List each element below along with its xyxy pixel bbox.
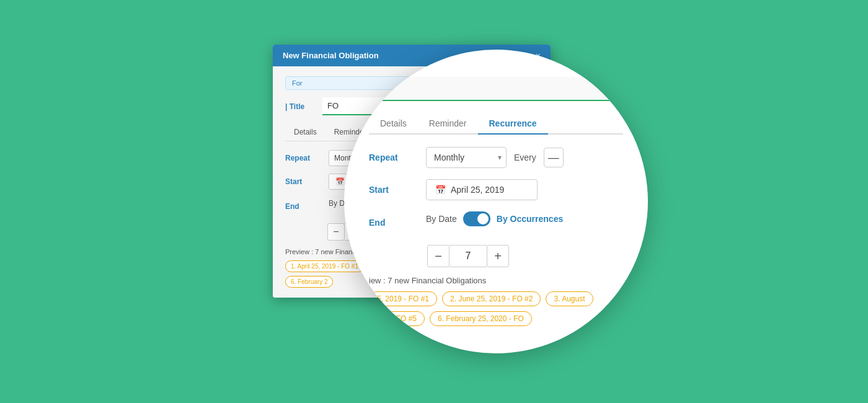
zoom-tabs: Details Reminder Recurrence: [369, 113, 623, 135]
zoom-preview-text: iew : 7 new Financial Obligations: [369, 276, 623, 285]
tab-details[interactable]: Details: [285, 124, 326, 141]
zoom-every-label: Every: [514, 153, 536, 162]
zoom-start-row: Start 📅 April 25, 2019: [369, 179, 623, 200]
zoom-tab-reminder[interactable]: Reminder: [418, 113, 478, 135]
zoom-preview-section: iew : 7 new Financial Obligations 5, 201…: [369, 276, 623, 326]
info-text: For: [292, 79, 303, 87]
zoom-toggle-row: By Date By Occurrences: [426, 211, 563, 226]
modal-title: New Financial Obligation: [283, 51, 379, 60]
zoom-repeat-row: Repeat Monthly Daily Weekly Yearly Every…: [369, 147, 623, 168]
zoom-start-date-field[interactable]: 📅 April 25, 2019: [426, 179, 538, 200]
start-label: Start: [285, 177, 322, 186]
zoom-preview-tag-3: 3. August: [546, 291, 593, 306]
zoom-repeat-select[interactable]: Monthly Daily Weekly Yearly: [426, 147, 507, 168]
zoom-stepper-minus-button[interactable]: −: [427, 245, 450, 267]
page-background: New Financial Obligation × For Title Det…: [0, 0, 868, 403]
zoom-end-row: End By Date By Occurrences: [369, 211, 623, 234]
zoom-repeat-label: Repeat: [369, 153, 418, 162]
zoom-preview-tag-1: 5, 2019 - FO #1: [369, 291, 437, 306]
zoom-every-minus-button[interactable]: —: [544, 148, 564, 167]
zoom-by-occurrences-label: By Occurrences: [497, 214, 563, 224]
zoom-calendar-icon: 📅: [435, 185, 446, 195]
zoom-stepper: − 7 +: [427, 245, 623, 267]
title-label: Title: [285, 102, 322, 111]
preview-tag: 6. February 2: [285, 276, 333, 288]
preview-tag: 1. April 25, 2019 - FO #1: [285, 260, 364, 272]
zoom-tab-recurrence[interactable]: Recurrence: [478, 113, 548, 135]
zoom-end-label: End: [369, 218, 418, 228]
zoom-start-date-value: April 25, 2019: [451, 185, 504, 195]
stepper-minus-button[interactable]: −: [327, 223, 345, 241]
zoom-preview-tag-4: 719 - FO #5: [369, 311, 425, 326]
zoom-preview-tag-2: 2. June 25, 2019 - FO #2: [442, 291, 541, 306]
zoom-stepper-value: 7: [450, 245, 487, 267]
zoom-title-input[interactable]: [369, 77, 623, 101]
zoom-preview-tags: 5, 2019 - FO #1 2. June 25, 2019 - FO #2…: [369, 291, 623, 326]
zoom-circle-overlay: Details Reminder Recurrence Repeat Month…: [344, 50, 648, 353]
end-label: End: [285, 202, 322, 211]
zoom-end-toggle[interactable]: [463, 211, 490, 226]
calendar-icon: 📅: [335, 177, 345, 186]
zoom-tab-details[interactable]: Details: [369, 113, 418, 135]
zoom-stepper-plus-button[interactable]: +: [487, 245, 509, 267]
zoom-by-date-label: By Date: [426, 214, 457, 224]
zoom-content: Details Reminder Recurrence Repeat Month…: [344, 58, 648, 345]
zoom-repeat-select-wrapper: Monthly Daily Weekly Yearly: [426, 147, 507, 168]
zoom-preview-tag-5: 6. February 25, 2020 - FO: [430, 311, 532, 326]
repeat-label: Repeat: [285, 154, 322, 162]
zoom-start-label: Start: [369, 185, 418, 195]
